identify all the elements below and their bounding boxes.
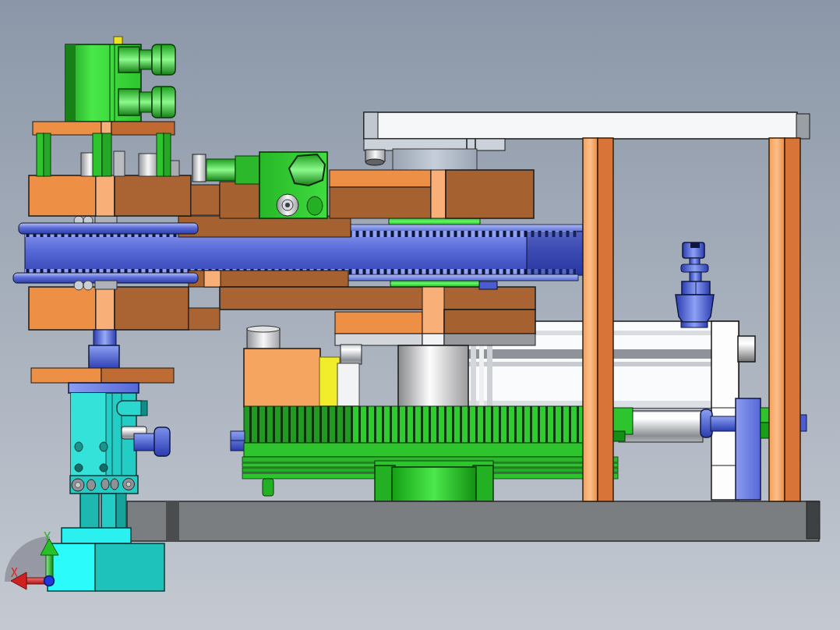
base-plate: [127, 501, 820, 541]
pedestal-mount: [375, 461, 493, 501]
assembly-3d-view: [0, 0, 840, 630]
axis-y-label: Y: [44, 532, 51, 543]
axis-x-label: X: [11, 568, 18, 579]
cad-viewport[interactable]: X Y: [0, 0, 840, 630]
